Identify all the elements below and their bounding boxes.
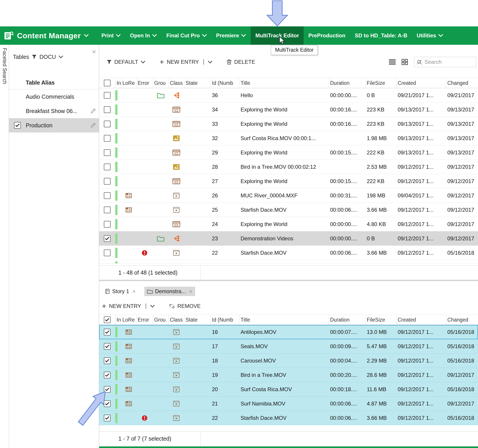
row-checkbox[interactable]: [104, 149, 111, 156]
row-checkbox[interactable]: [104, 192, 111, 199]
table-row[interactable]: 29 Exploring the World 00:00:15.... 222 …: [99, 145, 478, 160]
table-row[interactable]: 32 Surf Costa Rica.MOV 00:00:1... 1.98 M…: [99, 131, 478, 145]
column-header-state[interactable]: State: [184, 315, 211, 325]
table-checkbox[interactable]: [14, 122, 21, 129]
column-header-duration[interactable]: Duration: [329, 315, 365, 325]
table-row[interactable]: 17 Seals.MOV 00:00:09.... 5.47 MB 09/12/…: [99, 339, 478, 353]
chip-close-icon[interactable]: ✕: [189, 289, 192, 294]
row-checkbox[interactable]: [104, 106, 111, 113]
column-header-lore[interactable]: LoRe: [121, 315, 136, 325]
column-header-class[interactable]: Class: [169, 315, 184, 325]
row-checkbox[interactable]: [104, 235, 111, 242]
menu-item-sd-to-hd-table-a-b[interactable]: SD to HD_Table: A-B: [350, 26, 412, 45]
column-header-title[interactable]: Title: [239, 78, 329, 88]
table-row[interactable]: 24 Exploring the World 00:00:00.... 4.80…: [99, 217, 478, 231]
sidebar-table-audio-commercials[interactable]: Audio Commercials: [9, 89, 99, 104]
column-header-changed[interactable]: Changed: [446, 315, 478, 325]
chevron-down-icon[interactable]: [59, 56, 63, 58]
column-header-class[interactable]: Class: [169, 78, 184, 88]
filter-funnel-icon[interactable]: [32, 55, 37, 59]
table-row[interactable]: 22 Starfish Dace.MOV 00:00:06.... 3.66 M…: [99, 246, 478, 260]
table-row[interactable]: 28 Bird in a Tree.MOV 00:00:02:12 2.53 M…: [99, 160, 478, 174]
row-checkbox[interactable]: [104, 372, 111, 379]
grid-view-button[interactable]: [402, 59, 408, 65]
column-header-filesize[interactable]: FileSize: [365, 315, 396, 325]
column-header-grou[interactable]: Grou: [153, 78, 169, 88]
column-header-in[interactable]: In: [115, 315, 121, 325]
row-checkbox[interactable]: [104, 178, 111, 185]
column-header-id-numb[interactable]: Id (Numb: [211, 315, 239, 325]
column-header-title[interactable]: Title: [239, 315, 329, 325]
pen-icon[interactable]: [90, 123, 96, 128]
close-icon[interactable]: ✕: [92, 49, 96, 55]
table-row[interactable]: 23 Demonstration Videos 00:00:00.... 0 B…: [99, 231, 478, 246]
delete-button[interactable]: DELETE: [227, 59, 255, 65]
row-checkbox[interactable]: [104, 92, 111, 99]
sidebar-table-breakfast-show-06[interactable]: Breakfast Show 06...: [9, 104, 99, 118]
table-row[interactable]: 16 Antilopes.MOV 00:00:07.... 13.0 MB 09…: [99, 325, 478, 339]
column-header-grou[interactable]: Grou: [153, 315, 169, 325]
cell-duration: 00:00:06....: [329, 415, 365, 421]
column-header-created[interactable]: Created: [396, 78, 446, 88]
in-status-bar: [115, 398, 118, 409]
row-checkbox[interactable]: [104, 329, 111, 335]
row-checkbox[interactable]: [104, 207, 111, 213]
menu-item-final-cut-pro[interactable]: Final Cut Pro: [162, 26, 211, 45]
table-row[interactable]: 20 Surf Costa Rica.MOV 00:00:18.... 11.6…: [99, 382, 478, 397]
new-entry-button[interactable]: NEW ENTRY: [160, 59, 212, 65]
row-checkbox[interactable]: [104, 250, 111, 256]
cell-id: 28: [211, 164, 239, 170]
table-row[interactable]: 33 Exploring the World 00:00:16.... 223 …: [99, 117, 478, 131]
table-row[interactable]: 27 Exploring the World 00:00:15.... 222 …: [99, 174, 478, 189]
column-header-duration[interactable]: Duration: [329, 78, 365, 88]
column-header-lore[interactable]: LoRe: [121, 78, 136, 88]
tables-filter-value[interactable]: DOCU: [39, 54, 56, 60]
chip-close-icon[interactable]: ✕: [132, 289, 136, 294]
header-checkbox[interactable]: [104, 316, 111, 323]
column-header-id-numb[interactable]: Id (Numb: [211, 78, 239, 88]
pen-icon[interactable]: [90, 108, 96, 114]
filter-default-button[interactable]: DEFAULT: [107, 59, 145, 65]
column-header-error[interactable]: Error: [136, 315, 153, 325]
menu-item-print[interactable]: Print: [97, 26, 125, 45]
faceted-search-panel-tab[interactable]: Faceted Search: [0, 45, 9, 448]
remove-button[interactable]: REMOVE: [169, 303, 201, 309]
column-header-created[interactable]: Created: [396, 315, 446, 325]
column-header-state[interactable]: State: [184, 78, 211, 88]
cell-changed: 05/16/2018: [446, 358, 478, 364]
column-header-error[interactable]: Error: [136, 78, 153, 88]
table-row[interactable]: 26 MUC River_00004.MXF 00:00:31.... 198 …: [99, 189, 478, 203]
panel-splitter[interactable]: [99, 280, 478, 281]
table-row[interactable]: 18 Carousel.MOV 00:00:04.... 2.29 MB 09/…: [99, 353, 478, 368]
table-row[interactable]: 21 Surf Namibia.MOV 00:00:06.... 4.87 MB…: [99, 397, 478, 411]
menu-item-open-in[interactable]: Open In: [125, 26, 162, 45]
app-brand[interactable]: Content Manager: [0, 26, 93, 45]
table-row[interactable]: 34 Exploring the World 00:00:16.... 223 …: [99, 102, 478, 117]
column-header-changed[interactable]: Changed: [446, 78, 478, 88]
row-checkbox[interactable]: [104, 135, 111, 142]
row-checkbox[interactable]: [104, 343, 111, 350]
row-checkbox[interactable]: [104, 121, 111, 127]
new-entry-button[interactable]: NEW ENTRY: [102, 303, 155, 309]
list-view-button[interactable]: [389, 59, 396, 65]
row-checkbox[interactable]: [104, 357, 111, 364]
header-checkbox[interactable]: [104, 80, 111, 86]
menu-item-preproduction[interactable]: PreProduction: [304, 26, 350, 45]
menu-item-utilities[interactable]: Utilities: [412, 26, 448, 45]
column-header-filesize[interactable]: FileSize: [365, 78, 396, 88]
row-checkbox[interactable]: [104, 164, 111, 170]
column-header-in[interactable]: In: [115, 78, 121, 88]
table-row[interactable]: 36 Hello 00:00:00.... 0 B 09/21/2017 1..…: [99, 88, 478, 102]
table-row[interactable]: 19 Bird in a Tree.MOV 00:00:20.... 28.6 …: [99, 368, 478, 382]
chip-story-1[interactable]: Story 1 ✕: [102, 287, 138, 296]
row-checkbox[interactable]: [104, 221, 111, 227]
cell-created: 09/12/2017 1...: [396, 372, 446, 378]
table-row[interactable]: 22 Starfish Dace.MOV 00:00:06.... 3.66 M…: [99, 411, 478, 425]
cell-duration: 00:00:15....: [329, 150, 365, 156]
search-input[interactable]: [425, 59, 469, 65]
table-row[interactable]: 25 Starfish Dace.MOV 00:00:06.... 3.66 M…: [99, 203, 478, 217]
menu-item-premiere[interactable]: Premiere: [212, 26, 251, 45]
chip-demonstra[interactable]: Demonstra... ✕: [144, 287, 195, 296]
cell-id: 21: [211, 401, 239, 407]
sidebar-table-production[interactable]: Production: [9, 118, 99, 133]
